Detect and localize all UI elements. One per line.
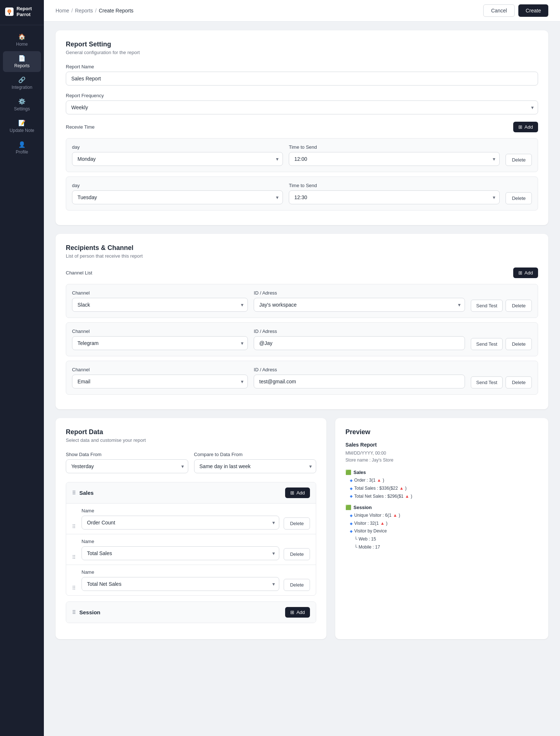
session-section-title: ⠿ Session: [72, 609, 101, 615]
sidebar-item-profile[interactable]: 👤 Profile: [3, 137, 41, 158]
delete-channel-2-button[interactable]: Delete: [506, 338, 532, 350]
delete-sales-item-1[interactable]: Delete: [284, 517, 310, 530]
visitor-text: Visitor : 32(1: [354, 520, 379, 528]
time-select-1[interactable]: 12:00 12:30 13:00: [289, 152, 500, 166]
main-content: Home / Reports / Create Reports Cancel C…: [44, 0, 560, 736]
compare-label: Compare to Data From: [194, 452, 317, 457]
delete-channel-3-button[interactable]: Delete: [506, 376, 532, 388]
time-field-2: Time to Send 12:00 12:30 13:00: [289, 183, 500, 204]
session-preview-icon: 🟩: [345, 505, 351, 510]
delete-sales-item-2[interactable]: Delete: [284, 548, 310, 560]
compare-wrapper: Same day in last week Previous period No…: [194, 459, 317, 473]
app-name: Report Parrot: [16, 6, 39, 17]
report-name-input[interactable]: [66, 72, 538, 86]
sidebar-item-integration[interactable]: 🔗 Integration: [3, 73, 41, 94]
preview-report-name: Sales Report: [345, 442, 538, 448]
compare-select[interactable]: Same day in last week Previous period No…: [194, 459, 317, 473]
sidebar-item-home-label: Home: [16, 42, 28, 47]
add-receive-time-label: Add: [525, 124, 533, 130]
home-icon: 🏠: [18, 33, 26, 40]
show-data-from-wrapper: Yesterday Today Last 7 days Last 30 days: [66, 459, 188, 473]
delete-time-row-2-button[interactable]: Delete: [506, 192, 532, 204]
day-select-2[interactable]: Monday Tuesday Wednesday Thursday Friday…: [72, 190, 283, 204]
channel-select-2[interactable]: Slack Telegram Email: [72, 336, 248, 350]
add-sales-label: Add: [296, 490, 305, 496]
report-name-label: Report Name: [66, 64, 538, 69]
sidebar-item-update-note[interactable]: 📝 Update Note: [3, 116, 41, 137]
compare-field: Compare to Data From Same day in last we…: [194, 452, 317, 473]
sales-preview-label: Sales: [353, 470, 366, 475]
channel-select-1[interactable]: Slack Telegram Email: [72, 298, 248, 312]
recipients-card: Recipients & Channel List of person that…: [56, 234, 548, 409]
sales-item-3-select[interactable]: Order Count Total Sales Total Net Sales: [82, 577, 279, 591]
breadcrumb-bar: Home / Reports / Create Reports Cancel C…: [44, 0, 560, 22]
report-data-title: Report Data: [66, 428, 316, 436]
preview-title: Preview: [345, 428, 538, 436]
session-section-header: ⠿ Session ⊞ Add: [66, 602, 316, 623]
sidebar-item-reports[interactable]: 📄 Reports: [3, 51, 41, 72]
net-sales-diamond: ◆: [350, 493, 353, 500]
show-data-from-select[interactable]: Yesterday Today Last 7 days Last 30 days: [66, 459, 188, 473]
add-receive-time-button[interactable]: ⊞ Add: [513, 122, 538, 132]
send-test-button-1[interactable]: Send Test: [471, 300, 503, 312]
sidebar-item-settings-label: Settings: [14, 106, 30, 111]
delete-channel-1-button[interactable]: Delete: [506, 300, 532, 312]
add-receive-time-plus: ⊞: [518, 124, 522, 130]
id-input-2[interactable]: [254, 336, 465, 350]
channel-actions-3: Send Test Delete: [471, 376, 532, 388]
sales-item-3: ⠿ Name Order Count Total Sales Total Net…: [66, 565, 316, 595]
time-label-2: Time to Send: [289, 183, 500, 188]
visitor-close: ): [386, 520, 387, 528]
send-test-button-3[interactable]: Send Test: [471, 376, 503, 388]
cancel-button[interactable]: Cancel: [483, 4, 515, 17]
channel-select-wrapper-3: Slack Telegram Email: [72, 375, 248, 388]
delete-time-row-1-button[interactable]: Delete: [506, 154, 532, 166]
sidebar-item-settings[interactable]: ⚙️ Settings: [3, 94, 41, 115]
add-session-item-button[interactable]: ⊞ Add: [285, 607, 310, 618]
add-sales-item-button[interactable]: ⊞ Add: [285, 487, 310, 498]
sidebar-item-home[interactable]: 🏠 Home: [3, 30, 41, 50]
visitor-trend: ▲: [380, 520, 385, 528]
id-label-2: ID / Adress: [254, 329, 465, 334]
id-label-1: ID / Adress: [254, 290, 465, 296]
session-preview-label: Session: [353, 505, 372, 510]
visitor-device-text: Visitor by Device: [354, 527, 387, 535]
sales-drag-icon: ⠿: [72, 490, 76, 496]
preview-web: └ Web : 15: [345, 535, 538, 543]
sidebar-item-profile-label: Profile: [16, 149, 28, 155]
channel-select-3[interactable]: Slack Telegram Email: [72, 375, 248, 388]
settings-icon: ⚙️: [18, 98, 26, 105]
preview-order: ◆ Order : 3(1▲): [345, 477, 538, 485]
breadcrumb-reports[interactable]: Reports: [75, 8, 93, 14]
receive-time-label: Recevie Time: [66, 124, 95, 130]
day-field-2: day Monday Tuesday Wednesday Thursday Fr…: [72, 183, 283, 204]
sales-name-label-1: Name: [82, 508, 279, 513]
delete-sales-item-3[interactable]: Delete: [284, 579, 310, 591]
sales-name-label-2: Name: [82, 539, 279, 544]
time-select-2[interactable]: 12:00 12:30 13:00: [289, 190, 500, 204]
add-channel-button[interactable]: ⊞ Add: [513, 268, 538, 278]
sidebar-item-integration-label: Integration: [12, 85, 33, 90]
sales-item-2-select[interactable]: Order Count Total Sales Total Net Sales: [82, 546, 279, 560]
sales-item-1-field: Name Order Count Total Sales Total Net S…: [82, 508, 279, 530]
unique-visitor-diamond: ◆: [350, 512, 353, 519]
unique-visitor-text: Unique Visitor : 6(1: [354, 512, 391, 520]
breadcrumb-sep-2: /: [95, 8, 97, 14]
update-note-icon: 📝: [18, 119, 26, 126]
channel-field-2: Channel Slack Telegram Email: [72, 329, 248, 350]
preview-total-sales: ◆ Total Sales : $336($22▲): [345, 485, 538, 493]
id-select-1[interactable]: Jay's workspace: [254, 298, 465, 312]
report-frequency-select[interactable]: Daily Weekly Monthly: [66, 100, 538, 114]
sales-item-1-select[interactable]: Order Count Total Sales Total Net Sales: [82, 516, 279, 530]
reports-icon: 📄: [18, 55, 26, 62]
breadcrumb-sep-1: /: [71, 8, 73, 14]
svg-rect-3: [9, 13, 10, 15]
day-select-1[interactable]: Monday Tuesday Wednesday Thursday Friday…: [72, 152, 283, 166]
create-button[interactable]: Create: [518, 4, 548, 17]
send-test-button-2[interactable]: Send Test: [471, 338, 503, 350]
breadcrumb-home[interactable]: Home: [56, 8, 69, 14]
report-data-subtitle: Select data and customise your report: [66, 437, 316, 443]
id-input-3[interactable]: [254, 375, 465, 388]
preview-section-session-title: 🟩 Session: [345, 505, 538, 510]
id-field-3: ID / Adress: [254, 367, 465, 388]
